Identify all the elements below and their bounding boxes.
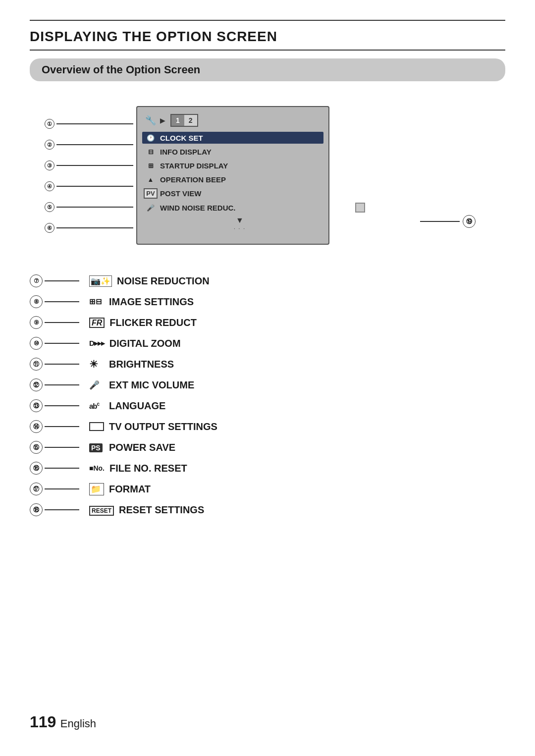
lower-line-8 — [45, 301, 79, 302]
language-label: LANGUAGE — [109, 400, 165, 412]
lower-content-17: 📁 FORMAT — [89, 483, 151, 495]
lower-item-11: ⑪ ☀ BRIGHTNESS — [30, 358, 505, 371]
info-icon: ⊟ — [145, 147, 156, 156]
file-no-icon: ■No. — [89, 464, 105, 472]
noise-reduction-label: NOISE REDUCTION — [117, 275, 210, 287]
camera-screen: 🔧 ▶ 1 2 🕐 CLOCK SET ⊟ INFO DISPLAY — [136, 106, 329, 245]
lower-item-16: ⑯ ■No. FILE NO. RESET — [30, 462, 505, 475]
page-language: English — [60, 717, 96, 730]
lower-num-17: ⑰ — [30, 483, 89, 495]
lower-content-10: D▸▸▸ DIGITAL ZOOM — [89, 338, 181, 349]
screen-menu-item-2: ⊟ INFO DISPLAY — [142, 146, 323, 158]
screen-menu-item-5: PV POST VIEW — [142, 187, 323, 199]
callout-num-5: ⑤ — [45, 202, 54, 212]
brightness-icon: ☀ — [89, 358, 104, 370]
callout-line-4 — [56, 186, 133, 187]
lower-content-8: ⊞⊟ IMAGE SETTINGS — [89, 296, 194, 308]
lower-item-18: ⑱ RESET RESET SETTINGS — [30, 503, 505, 516]
lower-item-9: ⑨ FR FLICKER REDUCT — [30, 316, 505, 329]
wrench-icon: 🔧 — [145, 115, 156, 126]
lower-num-7: ⑦ — [30, 274, 89, 287]
lower-item-17: ⑰ 📁 FORMAT — [30, 483, 505, 495]
lower-num-12: ⑫ — [30, 378, 89, 391]
tv-output-icon — [89, 422, 104, 431]
callout-numbers-left: ① ② ③ ④ ⑤ — [45, 113, 133, 238]
operation-beep-label: OPERATION BEEP — [160, 175, 226, 184]
lower-circle-7: ⑦ — [30, 274, 43, 287]
tab1: 1 — [171, 115, 184, 126]
callout-num-6: ⑥ — [45, 223, 54, 233]
lower-circle-9: ⑨ — [30, 316, 43, 329]
pv-icon: PV — [145, 189, 156, 198]
lower-circle-8: ⑧ — [30, 295, 43, 308]
beep-icon: ▲ — [145, 175, 156, 184]
callout-line-3 — [56, 165, 133, 166]
callout-row-5: ⑤ — [45, 197, 133, 217]
callout-line-1 — [56, 123, 133, 124]
lower-num-9: ⑨ — [30, 316, 89, 329]
wind-noise-label: WIND NOISE REDUC. — [160, 204, 236, 212]
top-border — [30, 20, 505, 21]
image-settings-label: IMAGE SETTINGS — [109, 296, 194, 308]
callout-row-4: ④ — [45, 176, 133, 197]
lower-item-14: ⑭ TV OUTPUT SETTINGS — [30, 420, 505, 433]
lower-num-16: ⑯ — [30, 462, 89, 475]
startup-icon: ⊞ — [145, 161, 156, 170]
callout-line-2 — [56, 144, 133, 145]
lower-line-9 — [45, 322, 79, 323]
tab2: 2 — [184, 115, 197, 126]
power-save-label: POWER SAVE — [109, 442, 175, 453]
callout-row-1: ① — [45, 113, 133, 134]
arrow-right: ▶ — [160, 116, 165, 124]
lower-item-13: ⑬ abc LANGUAGE — [30, 399, 505, 412]
format-label: FORMAT — [109, 484, 151, 495]
callout-row-2: ② — [45, 134, 133, 155]
callout-num-19: ⑲ — [463, 215, 476, 228]
format-icon: 📁 — [89, 483, 104, 495]
lower-content-12: 🎤 EXT MIC VOLUME — [89, 379, 194, 391]
lower-num-11: ⑪ — [30, 358, 89, 371]
language-icon: abc — [89, 401, 104, 410]
callout-row-3: ③ — [45, 155, 133, 176]
lower-circle-12: ⑫ — [30, 378, 43, 391]
reset-settings-label: RESET SETTINGS — [119, 504, 204, 516]
callout-num-1: ① — [45, 119, 54, 129]
lower-content-9: FR FLICKER REDUCT — [89, 317, 197, 328]
callout-row-6: ⑥ — [45, 217, 133, 238]
page-container: DISPLAYING THE OPTION SCREEN Overview of… — [0, 0, 535, 554]
lower-circle-18: ⑱ — [30, 503, 43, 516]
callout-line-19 — [420, 221, 460, 222]
lower-circle-16: ⑯ — [30, 462, 43, 475]
lower-item-15: ⑮ PS POWER SAVE — [30, 441, 505, 454]
callout-line-6 — [56, 227, 133, 228]
lower-num-8: ⑧ — [30, 295, 89, 308]
lower-circle-10: ⑩ — [30, 337, 43, 350]
flicker-icon: FR — [89, 318, 105, 328]
lower-line-12 — [45, 384, 79, 385]
lower-num-10: ⑩ — [30, 337, 89, 350]
power-save-icon: PS — [89, 442, 104, 453]
digital-zoom-icon: D▸▸▸ — [89, 339, 105, 348]
lower-circle-17: ⑰ — [30, 483, 43, 495]
page-number: 119 — [30, 713, 56, 731]
screen-menu-item-3: ⊞ STARTUP DISPLAY — [142, 160, 323, 171]
lower-line-10 — [45, 343, 79, 344]
screen-menu: 🕐 CLOCK SET ⊟ INFO DISPLAY ⊞ STARTUP DIS… — [142, 132, 323, 214]
image-settings-icon: ⊞⊟ — [89, 297, 104, 306]
lower-content-18: RESET RESET SETTINGS — [89, 504, 204, 516]
lower-num-13: ⑬ — [30, 399, 89, 412]
wind-icon: 🎤 — [145, 203, 156, 212]
lower-items: ⑦ 📷✨ NOISE REDUCTION ⑧ ⊞⊟ IMAGE SETTINGS… — [30, 274, 505, 516]
lower-content-15: PS POWER SAVE — [89, 442, 175, 453]
screen-menu-item-6: 🎤 WIND NOISE REDUC. — [142, 201, 323, 214]
lower-line-18 — [45, 509, 79, 510]
callout-num-3: ③ — [45, 161, 54, 170]
lower-circle-14: ⑭ — [30, 420, 43, 433]
lower-circle-11: ⑪ — [30, 358, 43, 371]
screen-header: 🔧 ▶ 1 2 — [142, 112, 323, 129]
lower-line-14 — [45, 426, 79, 427]
lower-content-14: TV OUTPUT SETTINGS — [89, 421, 217, 432]
brightness-label: BRIGHTNESS — [109, 359, 174, 370]
callout-line-5 — [56, 207, 133, 208]
lower-num-14: ⑭ — [30, 420, 89, 433]
